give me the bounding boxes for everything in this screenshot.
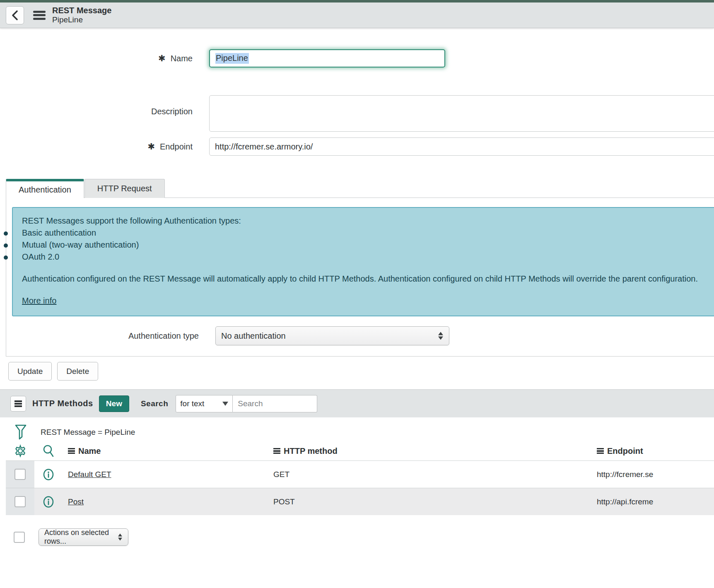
search-type-select[interactable]: for text xyxy=(176,395,233,412)
actions-select[interactable]: Actions on selected rows... xyxy=(39,528,128,546)
filter-funnel-icon[interactable] xyxy=(15,424,27,440)
description-label-wrap: Description xyxy=(0,107,193,116)
new-button[interactable]: New xyxy=(99,395,129,412)
row-info-cell xyxy=(34,488,62,515)
name-label-wrap: ✱ Name xyxy=(0,53,193,63)
authentication-info-box: REST Messages support the following Auth… xyxy=(12,207,714,316)
column-menu-icon xyxy=(273,448,280,454)
endpoint-label: Endpoint xyxy=(160,142,193,152)
table-row: Default GET GET http://fcremer.se xyxy=(6,460,714,488)
page-header: REST Message PipeLine xyxy=(0,2,714,28)
list-title: HTTP Methods xyxy=(32,399,93,408)
record-form: ✱ Name PipeLine Description ✱ Endpoint A… xyxy=(0,49,714,381)
column-search-cell xyxy=(34,441,62,460)
auth-type-label: Authentication type xyxy=(128,331,199,341)
title-block: REST Message PipeLine xyxy=(52,5,111,25)
tab-http-request[interactable]: HTTP Request xyxy=(84,179,165,198)
info-icon[interactable] xyxy=(42,468,55,481)
http-method-cell: GET xyxy=(271,470,597,479)
more-info-link[interactable]: More info xyxy=(22,296,56,306)
record-link[interactable]: Post xyxy=(62,497,84,506)
row-checkbox[interactable] xyxy=(14,469,26,480)
gear-icon[interactable] xyxy=(14,444,27,458)
search-label: Search xyxy=(141,399,168,408)
page-subtitle: PipeLine xyxy=(52,15,111,25)
search-type-value: for text xyxy=(180,399,204,408)
endpoint-cell: http://api.fcreme xyxy=(597,497,714,506)
actions-select-value: Actions on selected rows... xyxy=(44,528,128,546)
chevron-left-icon xyxy=(11,10,19,21)
select-all-checkbox[interactable] xyxy=(14,532,25,543)
auth-type-select[interactable]: No authentication xyxy=(215,326,449,345)
http-methods-related-list: HTTP Methods New Search for text REST Me… xyxy=(0,389,714,546)
row-info-cell xyxy=(34,461,62,488)
column-header-endpoint[interactable]: Endpoint xyxy=(597,446,714,456)
tab-authentication[interactable]: Authentication xyxy=(6,179,84,198)
row-checkbox[interactable] xyxy=(14,496,26,507)
form-buttons: Update Delete xyxy=(8,362,714,381)
list-footer: Actions on selected rows... xyxy=(14,528,714,546)
list-item: Mutual (two-way authentication) xyxy=(22,240,709,250)
required-icon: ✱ xyxy=(147,142,155,152)
list-menu-button[interactable] xyxy=(10,396,26,412)
http-method-cell: POST xyxy=(271,497,597,506)
search-icon[interactable] xyxy=(42,444,55,458)
search-input[interactable] xyxy=(233,395,317,412)
list-item: Basic authentication xyxy=(22,228,709,238)
dropdown-arrow-icon xyxy=(222,402,228,406)
info-intro: REST Messages support the following Auth… xyxy=(22,216,709,226)
description-textarea[interactable] xyxy=(209,95,714,132)
table-row: Post POST http://api.fcreme xyxy=(6,488,714,515)
update-button[interactable]: Update xyxy=(8,362,52,381)
filter-breadcrumb: REST Message = PipeLine xyxy=(15,423,714,441)
page-title: REST Message xyxy=(52,5,111,15)
column-header-http-method[interactable]: HTTP method xyxy=(271,446,597,456)
endpoint-label-wrap: ✱ Endpoint xyxy=(0,142,193,152)
column-menu-icon xyxy=(597,448,604,454)
tab-content-authentication: REST Messages support the following Auth… xyxy=(6,198,714,357)
row-select-cell xyxy=(6,461,34,488)
auth-type-label-wrap: Authentication type xyxy=(6,331,199,341)
auth-types-list: Basic authentication Mutual (two-way aut… xyxy=(22,228,709,262)
personalize-list-cell xyxy=(6,441,34,460)
required-icon: ✱ xyxy=(158,53,166,63)
info-note: Authentication configured on the REST Me… xyxy=(22,274,709,284)
auth-type-value: No authentication xyxy=(221,331,286,341)
list-item: OAuth 2.0 xyxy=(22,252,709,262)
list-header: HTTP Methods New Search for text xyxy=(0,389,714,417)
column-header-name[interactable]: Name xyxy=(62,446,271,456)
name-input[interactable]: PipeLine xyxy=(209,49,445,67)
context-menu-icon[interactable] xyxy=(33,11,46,20)
table-header-row: Name HTTP method Endpoint xyxy=(6,441,714,460)
name-value-selected: PipeLine xyxy=(215,53,249,64)
menu-icon xyxy=(14,400,22,407)
select-arrows-icon xyxy=(118,534,122,541)
back-button[interactable] xyxy=(6,6,24,24)
select-arrows-icon xyxy=(438,332,443,340)
tab-strip: Authentication HTTP Request xyxy=(6,179,714,198)
record-link[interactable]: Default GET xyxy=(62,470,111,479)
endpoint-input[interactable] xyxy=(209,137,714,156)
filter-condition[interactable]: REST Message = PipeLine xyxy=(41,428,135,437)
name-label: Name xyxy=(171,54,193,63)
description-label: Description xyxy=(151,107,193,116)
info-icon[interactable] xyxy=(42,495,55,508)
delete-button[interactable]: Delete xyxy=(57,362,98,381)
endpoint-cell: http://fcremer.se xyxy=(597,470,714,479)
column-menu-icon xyxy=(68,448,75,454)
row-select-cell xyxy=(6,488,34,515)
